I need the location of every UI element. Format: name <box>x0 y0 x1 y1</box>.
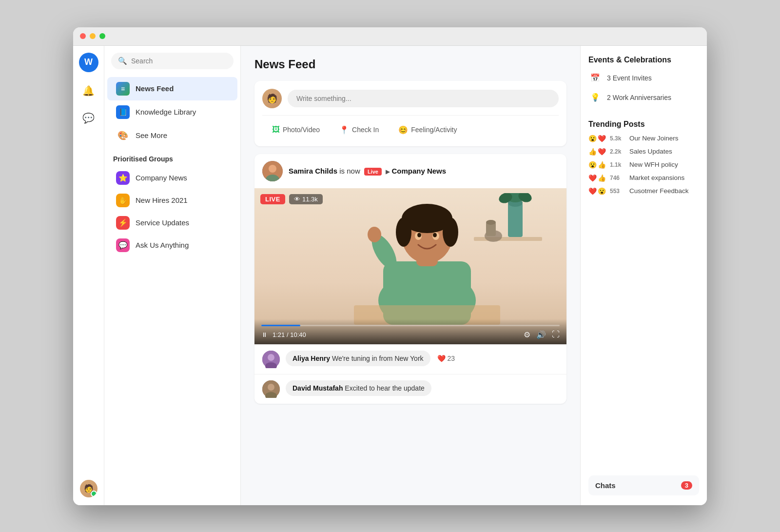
comment-1: Aliya Henry We're tuning in from New Yor… <box>254 344 566 374</box>
comment-1-author: Aliya Henry <box>292 355 330 362</box>
controls-left: ⏸ 1:21 / 10:40 <box>261 331 306 338</box>
composer-top: 🧑 <box>262 89 559 108</box>
video-player[interactable]: LIVE 👁 11.3k ⏸ <box>254 188 566 344</box>
check-in-button[interactable]: 📍 Check In <box>330 121 389 138</box>
fullscreen-dot[interactable] <box>99 33 105 39</box>
search-bar[interactable]: 🔍 <box>111 53 234 69</box>
news-feed-icon: ≡ <box>116 82 130 96</box>
group-label-company-news: Company News <box>136 174 187 182</box>
svg-point-30 <box>268 384 274 391</box>
person-svg <box>344 193 510 325</box>
photo-icon: 🖼 <box>272 125 280 134</box>
post-author-info: Samira Childs is now Live ▶ Company News <box>289 167 446 176</box>
group-new-hires[interactable]: ✋ New Hires 2021 <box>107 189 237 212</box>
logo-letter: W <box>84 57 93 67</box>
post-author-name: Samira Childs <box>289 167 337 175</box>
volume-icon[interactable]: 🔊 <box>536 330 546 339</box>
search-icon: 🔍 <box>118 57 127 65</box>
settings-icon[interactable]: ⚙ <box>524 330 530 339</box>
live-post-card: Samira Childs is now Live ▶ Company News <box>254 154 566 404</box>
post-status: is now <box>339 167 362 175</box>
icon-rail: W 🔔 💬 🧑 <box>73 46 104 505</box>
page-title: News Feed <box>254 58 566 71</box>
reaction-1-wfh: 😮 <box>588 161 597 169</box>
group-ask-us[interactable]: 💬 Ask Us Anything <box>107 234 237 256</box>
label-market: Market expansions <box>629 174 684 181</box>
comment-2: David Mustafah Excited to hear the updat… <box>254 374 566 404</box>
chats-bar[interactable]: Chats 3 <box>588 475 699 495</box>
trending-wfh[interactable]: 😮 👍 1.1k New WFH policy <box>588 161 699 169</box>
trending-new-joiners[interactable]: 😮 ❤️ 5.3k Our New Joiners <box>588 135 699 142</box>
search-input[interactable] <box>131 57 227 65</box>
sidebar-item-label-more: See More <box>136 131 167 139</box>
label-new-joiners: Our New Joiners <box>629 135 679 142</box>
post-composer: 🧑 🖼 Photo/Video 📍 Check In 😊 Feeling/Act <box>254 81 566 146</box>
group-company-news[interactable]: ⭐ Company News <box>107 167 237 189</box>
trending-sales-updates[interactable]: 👍 ❤️ 2.2k Sales Updates <box>588 148 699 156</box>
pause-icon[interactable]: ⏸ <box>261 331 268 338</box>
group-icon-ask-us: 💬 <box>116 238 130 252</box>
comment-2-bubble: David Mustafah Excited to hear the updat… <box>286 380 431 396</box>
photo-video-label: Photo/Video <box>283 126 320 134</box>
author-avatar-svg <box>262 161 283 181</box>
titlebar <box>73 27 707 46</box>
group-label-ask-us: Ask Us Anything <box>136 241 189 249</box>
view-count-number: 11.3k <box>302 196 318 203</box>
sidebar-item-knowledge-library[interactable]: 📘 Knowledge Library <box>107 100 237 124</box>
reaction-2-sales: ❤️ <box>598 148 606 156</box>
right-panel: Events & Celebrations 📅 3 Event Invites … <box>580 46 707 505</box>
progress-fill <box>261 325 300 326</box>
sidebar-item-see-more[interactable]: 🎨 See More <box>107 124 237 147</box>
video-time: 1:21 / 10:40 <box>273 331 306 338</box>
comment-1-bubble: Aliya Henry We're tuning in from New Yor… <box>286 351 430 366</box>
count-sales: 2.2k <box>610 148 625 155</box>
reactions-customer: ❤️ 😮 <box>588 187 606 195</box>
count-wfh: 1.1k <box>610 161 625 168</box>
time-current: 1:21 <box>273 331 285 338</box>
count-new-joiners: 5.3k <box>610 135 625 142</box>
user-avatar[interactable]: 🧑 <box>80 480 98 497</box>
anniversaries-item[interactable]: 💡 2 Work Anniversaries <box>588 91 699 104</box>
comment-2-author: David Mustafah <box>292 384 343 392</box>
reactions-new-joiners: 😮 ❤️ <box>588 135 606 142</box>
progress-bar[interactable] <box>261 325 560 326</box>
comment-1-text: We're tuning in from New York <box>332 355 424 362</box>
close-dot[interactable] <box>80 33 86 39</box>
feeling-button[interactable]: 😊 Feeling/Activity <box>389 121 467 138</box>
composer-input[interactable] <box>288 90 559 107</box>
live-badge: LIVE <box>260 194 285 204</box>
bulb-icon: 💡 <box>588 91 602 104</box>
svg-point-21 <box>417 233 421 237</box>
trending-customer[interactable]: ❤️ 😮 553 Cusotmer Feedback <box>588 187 699 195</box>
group-service-updates[interactable]: ⚡ Service Updates <box>107 212 237 234</box>
chat-icon[interactable]: 💬 <box>80 109 98 127</box>
group-label-new-hires: New Hires 2021 <box>136 196 188 204</box>
svg-rect-4 <box>508 203 523 237</box>
sidebar-item-news-feed[interactable]: ≡ News Feed <box>107 77 237 100</box>
controls-right: ⚙ 🔊 ⛶ <box>524 330 560 339</box>
check-in-label: Check In <box>352 126 379 134</box>
video-controls: ⏸ 1:21 / 10:40 ⚙ 🔊 ⛶ <box>254 319 566 344</box>
event-invites-item[interactable]: 📅 3 Event Invites <box>588 71 699 85</box>
comment-1-reaction: ❤️ 23 <box>437 355 455 362</box>
app-logo[interactable]: W <box>79 53 98 72</box>
main-content: News Feed 🧑 🖼 Photo/Video 📍 Check In <box>241 46 580 505</box>
checkin-icon: 📍 <box>339 125 349 135</box>
feeling-icon: 😊 <box>398 125 408 135</box>
notification-icon[interactable]: 🔔 <box>80 82 98 99</box>
minimize-dot[interactable] <box>90 33 96 39</box>
reaction-2-market: 👍 <box>598 174 606 182</box>
comment-2-avatar <box>262 380 280 398</box>
trending-section-title: Trending Posts <box>588 120 699 129</box>
photo-video-button[interactable]: 🖼 Photo/Video <box>262 121 330 138</box>
composer-avatar: 🧑 <box>262 89 282 108</box>
comment-1-reaction-icon: ❤️ <box>437 355 446 362</box>
fullscreen-icon[interactable]: ⛶ <box>552 330 560 339</box>
label-sales: Sales Updates <box>629 148 672 155</box>
live-badge-inline: Live <box>364 168 382 176</box>
trending-market[interactable]: ❤️ 👍 746 Market expansions <box>588 174 699 182</box>
comment-1-avatar-svg <box>262 351 280 368</box>
view-count: 👁 11.3k <box>289 194 323 204</box>
comment-2-text: Excited to hear the update <box>345 384 424 392</box>
reactions-market: ❤️ 👍 <box>588 174 606 182</box>
